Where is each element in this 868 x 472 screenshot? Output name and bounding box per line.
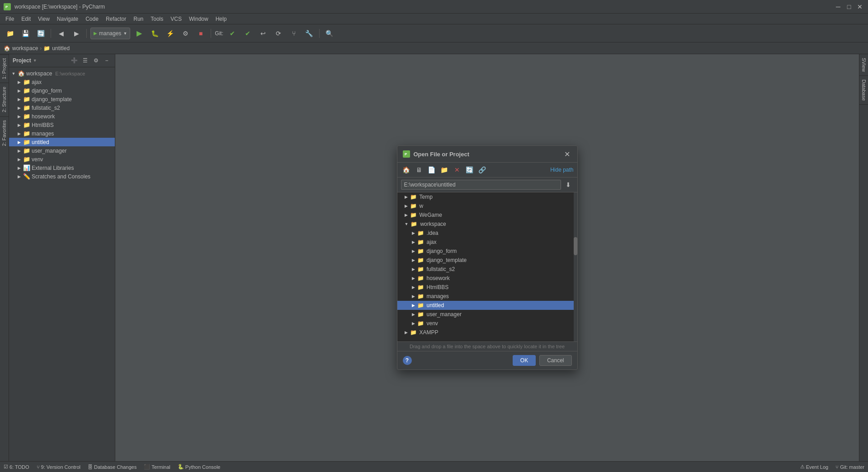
tab-project[interactable]: 1: Project: [0, 54, 9, 83]
menu-navigate[interactable]: Navigate: [53, 15, 82, 23]
arrow-temp: ▶: [405, 195, 408, 199]
dialog-tree-venv[interactable]: ▶ 📁 venv: [397, 319, 577, 328]
menu-file[interactable]: File: [2, 15, 18, 23]
dialog-scrollbar-thumb[interactable]: [574, 237, 577, 255]
tree-user-manager[interactable]: ▶ 📁 user_manager: [9, 146, 115, 155]
tab-sview[interactable]: SView: [859, 54, 868, 76]
status-db-changes[interactable]: 🗄 Database Changes: [88, 464, 137, 470]
menu-vcs[interactable]: VCS: [167, 15, 185, 23]
dialog-delete-btn[interactable]: ✕: [452, 164, 462, 175]
tree-scratches[interactable]: ▶ ✏️ Scratches and Consoles: [9, 172, 115, 181]
dialog-link-btn[interactable]: 🔗: [477, 164, 488, 175]
tab-database[interactable]: Database: [859, 76, 868, 105]
dialog-tree-workspace[interactable]: ▼ 📁 workspace: [397, 220, 577, 229]
dialog-tree-django-template[interactable]: ▶ 📁 django_template: [397, 256, 577, 265]
dialog-home-btn[interactable]: 🏠: [401, 164, 412, 175]
git-push-btn[interactable]: ✔: [241, 27, 254, 40]
status-terminal[interactable]: ⬛ Terminal: [144, 464, 170, 470]
tree-django-template[interactable]: ▶ 📁 django_template: [9, 95, 115, 103]
menu-view[interactable]: View: [34, 15, 53, 23]
maximize-button[interactable]: □: [844, 2, 854, 11]
dialog-tree-w[interactable]: ▶ 📁 w: [397, 201, 577, 210]
run-config-dropdown[interactable]: ▶ manages ▼: [90, 28, 130, 39]
tree-arrow-hosework: ▶: [16, 114, 22, 119]
dialog-tree-django-form[interactable]: ▶ 📁 django_form: [397, 247, 577, 256]
dialog-desktop-btn[interactable]: 🖥: [414, 164, 425, 175]
dialog-ok-button[interactable]: OK: [513, 355, 536, 366]
search-everywhere-btn[interactable]: 🔍: [323, 27, 336, 40]
menu-help[interactable]: Help: [212, 15, 231, 23]
dialog-path-input[interactable]: [401, 180, 561, 190]
dialog-tree-xampp[interactable]: ▶ 📁 XAMPP: [397, 328, 577, 337]
dialog-tree-idea[interactable]: ▶ 📁 .idea: [397, 229, 577, 238]
status-event-log[interactable]: ⚠ Event Log: [800, 464, 829, 470]
toolbar-open-btn[interactable]: 📁: [4, 27, 16, 40]
tree-ajax[interactable]: ▶ 📁 ajax: [9, 78, 115, 86]
menu-tools[interactable]: Tools: [147, 15, 167, 23]
folder-icon-manages: 📁: [23, 130, 30, 137]
tree-workspace[interactable]: ▼ 🏠 workspace E:\workspace: [9, 69, 115, 78]
dialog-path-expand-btn[interactable]: ⬇: [563, 179, 574, 190]
menu-window[interactable]: Window: [185, 15, 212, 23]
breadcrumb-workspace[interactable]: workspace: [12, 45, 38, 51]
git-settings-btn[interactable]: 🔧: [303, 27, 316, 40]
breadcrumb-untitled[interactable]: untitled: [52, 45, 70, 51]
panel-settings-btn[interactable]: ⚙: [91, 56, 100, 65]
coverage-button[interactable]: ⚡: [164, 27, 176, 40]
toolbar-forward-btn[interactable]: ▶: [70, 27, 83, 40]
panel-layout-btn[interactable]: ☰: [80, 56, 90, 65]
dialog-tree-wegame[interactable]: ▶ 📁 WeGame: [397, 210, 577, 220]
status-python-console[interactable]: 🐍 Python Console: [178, 464, 221, 470]
menu-refactor[interactable]: Refactor: [102, 15, 130, 23]
tab-structure[interactable]: 2: Structure: [0, 83, 9, 116]
status-todo[interactable]: ☑ 6: TODO: [4, 464, 29, 470]
stop-button[interactable]: ■: [194, 27, 207, 40]
git-branches-btn[interactable]: ⑂: [288, 27, 300, 40]
git-history-btn[interactable]: ↩: [257, 27, 269, 40]
tree-hosework[interactable]: ▶ 📁 hosework: [9, 112, 115, 121]
tree-venv[interactable]: ▶ 📁 venv: [9, 155, 115, 164]
tree-htmlbbs[interactable]: ▶ 📁 HtmlBBS: [9, 121, 115, 129]
toolbar-sync-btn[interactable]: 🔄: [34, 27, 47, 40]
dialog-tree-hosework[interactable]: ▶ 📁 hosework: [397, 274, 577, 283]
profile-button[interactable]: ⚙: [179, 27, 192, 40]
dialog-help-button[interactable]: ?: [403, 356, 412, 365]
menu-run[interactable]: Run: [130, 15, 147, 23]
status-version-control[interactable]: ⑂ 9: Version Control: [37, 464, 80, 470]
dialog-tree-user-manager[interactable]: ▶ 📁 user_manager: [397, 310, 577, 319]
dialog-tree-htmlbbs[interactable]: ▶ 📁 HtmlBBS: [397, 283, 577, 292]
dialog-scrollbar[interactable]: [574, 192, 577, 341]
menu-code[interactable]: Code: [82, 15, 102, 23]
dialog-folder-btn[interactable]: 📁: [439, 164, 450, 175]
svg-text:P: P: [5, 5, 8, 9]
minimize-button[interactable]: ─: [834, 2, 843, 11]
dialog-tree-temp[interactable]: ▶ 📁 Temp: [397, 192, 577, 201]
dialog-tree-fullstatic[interactable]: ▶ 📁 fullstatic_s2: [397, 265, 577, 274]
toolbar-back-btn[interactable]: ◀: [55, 27, 67, 40]
dialog-tree-untitled[interactable]: ▶ 📁 untitled: [397, 301, 577, 310]
dialog-refresh-btn[interactable]: 🔄: [464, 164, 475, 175]
tree-untitled[interactable]: ▶ 📁 untitled: [9, 138, 115, 146]
panel-add-btn[interactable]: ➕: [70, 56, 79, 65]
menu-edit[interactable]: Edit: [18, 15, 34, 23]
run-button[interactable]: ▶: [133, 27, 146, 40]
dialog-tree-ajax[interactable]: ▶ 📁 ajax: [397, 238, 577, 247]
git-pull-btn[interactable]: ⟳: [272, 27, 285, 40]
toolbar-save-btn[interactable]: 💾: [19, 27, 32, 40]
dialog-tree-manages[interactable]: ▶ 📁 manages: [397, 292, 577, 301]
close-button[interactable]: ✕: [855, 2, 864, 11]
tree-fullstatic[interactable]: ▶ 📁 fullstatic_s2: [9, 103, 115, 112]
debug-button[interactable]: 🐛: [148, 27, 161, 40]
hide-path-link[interactable]: Hide path: [550, 167, 573, 173]
dialog-documents-btn[interactable]: 📄: [426, 164, 437, 175]
tree-manages[interactable]: ▶ 📁 manages: [9, 129, 115, 138]
tab-favorites[interactable]: 2: Favorites: [0, 116, 9, 150]
panel-collapse-btn[interactable]: −: [102, 56, 111, 65]
tree-external-libs[interactable]: ▶ 📊 External Libraries: [9, 164, 115, 172]
status-git-master[interactable]: ⑂ Git: master: [835, 464, 864, 470]
git-commit-btn[interactable]: ✔: [226, 27, 239, 40]
dialog-close-button[interactable]: ✕: [563, 150, 572, 159]
tree-django-form[interactable]: ▶ 📁 django_form: [9, 86, 115, 95]
dialog-tree[interactable]: ▶ 📁 Temp ▶ 📁 w ▶ 📁 WeGame: [397, 192, 577, 341]
dialog-cancel-button[interactable]: Cancel: [539, 355, 571, 366]
